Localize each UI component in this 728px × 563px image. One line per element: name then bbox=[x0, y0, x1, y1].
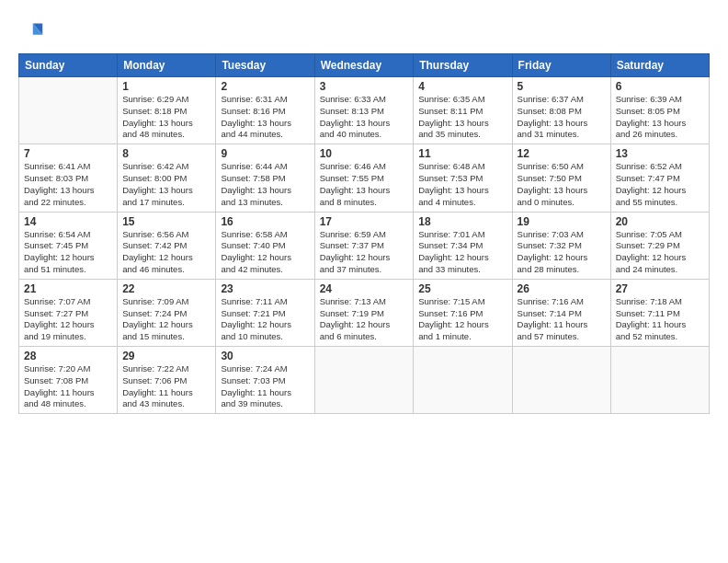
calendar-cell: 6Sunrise: 6:39 AMSunset: 8:05 PMDaylight… bbox=[610, 77, 709, 144]
calendar-cell: 25Sunrise: 7:15 AMSunset: 7:16 PMDayligh… bbox=[414, 279, 512, 346]
day-info: Sunrise: 7:13 AMSunset: 7:19 PMDaylight:… bbox=[320, 296, 409, 343]
day-number: 16 bbox=[221, 215, 309, 228]
day-info: Sunrise: 7:09 AMSunset: 7:24 PMDaylight:… bbox=[122, 296, 210, 343]
calendar-cell: 1Sunrise: 6:29 AMSunset: 8:18 PMDaylight… bbox=[118, 77, 216, 144]
calendar-cell: 17Sunrise: 6:59 AMSunset: 7:37 PMDayligh… bbox=[314, 212, 414, 279]
day-number: 30 bbox=[221, 350, 309, 362]
day-info: Sunrise: 7:07 AMSunset: 7:27 PMDaylight:… bbox=[24, 296, 112, 343]
calendar-header-thursday: Thursday bbox=[414, 54, 512, 77]
calendar-cell bbox=[414, 347, 512, 414]
day-info: Sunrise: 6:52 AMSunset: 7:47 PMDaylight:… bbox=[616, 161, 704, 208]
day-info: Sunrise: 6:29 AMSunset: 8:18 PMDaylight:… bbox=[122, 94, 210, 141]
day-info: Sunrise: 6:56 AMSunset: 7:42 PMDaylight:… bbox=[122, 229, 210, 276]
calendar-cell: 9Sunrise: 6:44 AMSunset: 7:58 PMDaylight… bbox=[216, 144, 314, 212]
calendar: SundayMondayTuesdayWednesdayThursdayFrid… bbox=[18, 53, 710, 414]
day-number: 14 bbox=[24, 215, 112, 228]
day-number: 6 bbox=[616, 80, 704, 93]
calendar-week-row-2: 14Sunrise: 6:54 AMSunset: 7:45 PMDayligh… bbox=[19, 212, 710, 279]
day-number: 15 bbox=[122, 215, 210, 228]
day-info: Sunrise: 7:18 AMSunset: 7:11 PMDaylight:… bbox=[616, 296, 704, 343]
calendar-header-wednesday: Wednesday bbox=[314, 54, 414, 77]
day-info: Sunrise: 6:35 AMSunset: 8:11 PMDaylight:… bbox=[418, 94, 506, 141]
day-info: Sunrise: 6:39 AMSunset: 8:05 PMDaylight:… bbox=[616, 94, 704, 141]
calendar-cell: 4Sunrise: 6:35 AMSunset: 8:11 PMDaylight… bbox=[414, 77, 512, 144]
calendar-header-row: SundayMondayTuesdayWednesdayThursdayFrid… bbox=[19, 54, 710, 77]
day-info: Sunrise: 6:48 AMSunset: 7:53 PMDaylight:… bbox=[418, 161, 506, 208]
day-info: Sunrise: 6:44 AMSunset: 7:58 PMDaylight:… bbox=[221, 161, 309, 208]
calendar-cell: 16Sunrise: 6:58 AMSunset: 7:40 PMDayligh… bbox=[216, 212, 314, 279]
day-info: Sunrise: 7:05 AMSunset: 7:29 PMDaylight:… bbox=[616, 229, 704, 276]
calendar-cell: 27Sunrise: 7:18 AMSunset: 7:11 PMDayligh… bbox=[610, 279, 709, 346]
calendar-week-row-1: 7Sunrise: 6:41 AMSunset: 8:03 PMDaylight… bbox=[19, 144, 710, 212]
day-number: 8 bbox=[122, 147, 210, 160]
calendar-cell: 10Sunrise: 6:46 AMSunset: 7:55 PMDayligh… bbox=[314, 144, 414, 212]
calendar-cell: 2Sunrise: 6:31 AMSunset: 8:16 PMDaylight… bbox=[216, 77, 314, 144]
day-number: 27 bbox=[616, 282, 704, 295]
calendar-cell: 5Sunrise: 6:37 AMSunset: 8:08 PMDaylight… bbox=[512, 77, 610, 144]
day-info: Sunrise: 6:54 AMSunset: 7:45 PMDaylight:… bbox=[24, 229, 112, 276]
day-info: Sunrise: 7:22 AMSunset: 7:06 PMDaylight:… bbox=[122, 363, 210, 410]
day-number: 11 bbox=[418, 147, 506, 160]
day-number: 28 bbox=[24, 350, 112, 362]
day-number: 25 bbox=[418, 282, 506, 295]
day-info: Sunrise: 7:03 AMSunset: 7:32 PMDaylight:… bbox=[518, 229, 606, 276]
logo bbox=[18, 20, 48, 46]
calendar-week-row-4: 28Sunrise: 7:20 AMSunset: 7:08 PMDayligh… bbox=[19, 347, 710, 414]
day-info: Sunrise: 6:41 AMSunset: 8:03 PMDaylight:… bbox=[24, 161, 112, 208]
day-number: 9 bbox=[221, 147, 309, 160]
day-info: Sunrise: 7:15 AMSunset: 7:16 PMDaylight:… bbox=[418, 296, 506, 343]
day-number: 3 bbox=[320, 80, 409, 93]
day-number: 18 bbox=[418, 215, 506, 228]
day-info: Sunrise: 6:50 AMSunset: 7:50 PMDaylight:… bbox=[518, 161, 606, 208]
calendar-header-monday: Monday bbox=[118, 54, 216, 77]
calendar-cell: 3Sunrise: 6:33 AMSunset: 8:13 PMDaylight… bbox=[314, 77, 414, 144]
calendar-header-tuesday: Tuesday bbox=[216, 54, 314, 77]
day-info: Sunrise: 6:31 AMSunset: 8:16 PMDaylight:… bbox=[221, 94, 309, 141]
day-info: Sunrise: 6:37 AMSunset: 8:08 PMDaylight:… bbox=[518, 94, 606, 141]
day-info: Sunrise: 6:42 AMSunset: 8:00 PMDaylight:… bbox=[122, 161, 210, 208]
day-number: 23 bbox=[221, 282, 309, 295]
calendar-cell bbox=[610, 347, 709, 414]
day-number: 24 bbox=[320, 282, 409, 295]
calendar-cell bbox=[512, 347, 610, 414]
calendar-header-sunday: Sunday bbox=[19, 54, 118, 77]
calendar-cell: 12Sunrise: 6:50 AMSunset: 7:50 PMDayligh… bbox=[512, 144, 610, 212]
calendar-cell bbox=[19, 77, 118, 144]
calendar-cell: 11Sunrise: 6:48 AMSunset: 7:53 PMDayligh… bbox=[414, 144, 512, 212]
calendar-cell: 23Sunrise: 7:11 AMSunset: 7:21 PMDayligh… bbox=[216, 279, 314, 346]
calendar-cell: 15Sunrise: 6:56 AMSunset: 7:42 PMDayligh… bbox=[118, 212, 216, 279]
day-info: Sunrise: 6:33 AMSunset: 8:13 PMDaylight:… bbox=[320, 94, 409, 141]
day-info: Sunrise: 7:16 AMSunset: 7:14 PMDaylight:… bbox=[518, 296, 606, 343]
calendar-cell: 13Sunrise: 6:52 AMSunset: 7:47 PMDayligh… bbox=[610, 144, 709, 212]
calendar-cell: 19Sunrise: 7:03 AMSunset: 7:32 PMDayligh… bbox=[512, 212, 610, 279]
page: SundayMondayTuesdayWednesdayThursdayFrid… bbox=[0, 0, 728, 563]
calendar-cell: 30Sunrise: 7:24 AMSunset: 7:03 PMDayligh… bbox=[216, 347, 314, 414]
day-number: 10 bbox=[320, 147, 409, 160]
day-number: 4 bbox=[418, 80, 506, 93]
calendar-cell: 20Sunrise: 7:05 AMSunset: 7:29 PMDayligh… bbox=[610, 212, 709, 279]
day-info: Sunrise: 6:59 AMSunset: 7:37 PMDaylight:… bbox=[320, 229, 409, 276]
calendar-cell: 28Sunrise: 7:20 AMSunset: 7:08 PMDayligh… bbox=[19, 347, 118, 414]
calendar-week-row-3: 21Sunrise: 7:07 AMSunset: 7:27 PMDayligh… bbox=[19, 279, 710, 346]
day-number: 19 bbox=[518, 215, 606, 228]
logo-icon bbox=[18, 20, 44, 46]
header bbox=[18, 17, 710, 46]
calendar-header-friday: Friday bbox=[512, 54, 610, 77]
calendar-cell: 14Sunrise: 6:54 AMSunset: 7:45 PMDayligh… bbox=[19, 212, 118, 279]
calendar-cell: 18Sunrise: 7:01 AMSunset: 7:34 PMDayligh… bbox=[414, 212, 512, 279]
day-number: 13 bbox=[616, 147, 704, 160]
calendar-cell: 8Sunrise: 6:42 AMSunset: 8:00 PMDaylight… bbox=[118, 144, 216, 212]
day-info: Sunrise: 7:11 AMSunset: 7:21 PMDaylight:… bbox=[221, 296, 309, 343]
day-number: 17 bbox=[320, 215, 409, 228]
day-number: 21 bbox=[24, 282, 112, 295]
day-info: Sunrise: 6:46 AMSunset: 7:55 PMDaylight:… bbox=[320, 161, 409, 208]
calendar-week-row-0: 1Sunrise: 6:29 AMSunset: 8:18 PMDaylight… bbox=[19, 77, 710, 144]
calendar-cell: 24Sunrise: 7:13 AMSunset: 7:19 PMDayligh… bbox=[314, 279, 414, 346]
calendar-cell: 21Sunrise: 7:07 AMSunset: 7:27 PMDayligh… bbox=[19, 279, 118, 346]
day-number: 1 bbox=[122, 80, 210, 93]
day-number: 20 bbox=[616, 215, 704, 228]
day-number: 2 bbox=[221, 80, 309, 93]
calendar-cell: 7Sunrise: 6:41 AMSunset: 8:03 PMDaylight… bbox=[19, 144, 118, 212]
day-number: 26 bbox=[518, 282, 606, 295]
calendar-cell bbox=[314, 347, 414, 414]
